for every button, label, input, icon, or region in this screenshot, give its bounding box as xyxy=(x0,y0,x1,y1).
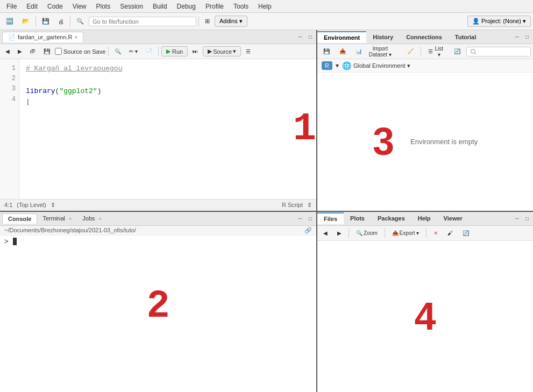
files-minimize[interactable]: ─ xyxy=(513,215,521,222)
import-dataset-icon: 📊 xyxy=(356,48,362,54)
project-button[interactable]: 👤 Project: (None) ▾ xyxy=(467,16,531,27)
scope-label: (Top Level) xyxy=(17,202,46,208)
go-to-file-input[interactable] xyxy=(89,17,196,26)
export-button[interactable]: 📤 Export ▾ xyxy=(388,229,423,238)
open-file-button[interactable]: 📂 xyxy=(18,16,33,27)
editor-menu-button[interactable]: ☰ xyxy=(243,47,254,56)
files-forward-button[interactable]: ▶ xyxy=(333,229,345,238)
env-tab-environment[interactable]: Environment xyxy=(317,31,366,43)
zoom-button[interactable]: 🔍 Zoom xyxy=(352,229,381,238)
files-tab-help[interactable]: Help xyxy=(411,213,437,224)
tab-minimize[interactable]: ─ xyxy=(296,33,304,40)
list-view-button[interactable]: ☰ List ▾ xyxy=(424,44,449,59)
line-numbers: 1 2 3 4 xyxy=(0,59,19,199)
cursor-position: 4:1 xyxy=(4,202,12,208)
editor-tab-bar: 📄 fardan_ur_gartenn.R × ─ □ xyxy=(0,30,316,44)
clear-env-button[interactable]: 🧹 xyxy=(403,47,417,56)
refresh-button[interactable]: 🔄 xyxy=(450,47,464,56)
env-search-input[interactable] xyxy=(466,47,531,56)
forward-button[interactable]: ▶ xyxy=(15,47,25,56)
menu-session[interactable]: Session xyxy=(116,2,147,11)
global-env-row: R ▾ 🌐 Global Environment ▾ xyxy=(317,59,533,73)
console-body[interactable]: > 2 xyxy=(0,236,316,393)
editor-tab-close[interactable]: × xyxy=(75,34,78,40)
menu-view[interactable]: View xyxy=(68,2,91,11)
r-language-button[interactable]: R xyxy=(322,61,332,70)
env-save-button[interactable]: 💾 xyxy=(319,47,333,56)
terminal-tab-label: Terminal xyxy=(42,215,65,222)
new-file-button[interactable]: 🆕 xyxy=(2,16,17,27)
console-path-icon[interactable]: 🔗 xyxy=(304,227,312,234)
env-big-number: 3 xyxy=(373,119,394,163)
run-button[interactable]: ▶ Run xyxy=(161,46,188,56)
toolbar-sep-3 xyxy=(198,16,199,27)
global-env-label[interactable]: 🌐 Global Environment ▾ xyxy=(342,61,410,70)
find-button[interactable]: 🔍 xyxy=(73,16,88,27)
files-tab-viewer[interactable]: Viewer xyxy=(437,213,469,224)
menu-profile[interactable]: Profile xyxy=(201,2,228,11)
menu-debug[interactable]: Debug xyxy=(173,2,200,11)
console-minimize[interactable]: ─ xyxy=(296,215,304,222)
console-tab-terminal[interactable]: Terminal × xyxy=(37,213,77,223)
files-back-button[interactable]: ◀ xyxy=(319,229,331,238)
env-tab-actions: ─ □ xyxy=(513,33,533,40)
brush-button[interactable]: 🖌 xyxy=(444,229,457,238)
file-type: R Script xyxy=(282,202,303,208)
file-type-arrow: ⇕ xyxy=(307,202,312,209)
env-tab-connections[interactable]: Connections xyxy=(400,32,449,42)
tab-maximize[interactable]: □ xyxy=(307,33,314,40)
menu-help[interactable]: Help xyxy=(254,2,276,11)
refresh-files-button[interactable]: 🔄 xyxy=(459,229,473,238)
show-in-new-window[interactable]: 🗗 xyxy=(27,47,39,56)
env-maximize[interactable]: □ xyxy=(523,33,531,40)
re-run-button[interactable]: ⏭ xyxy=(189,47,201,56)
menu-plots[interactable]: Plots xyxy=(92,2,115,11)
console-maximize[interactable]: □ xyxy=(307,215,314,222)
toolbar-sep-2 xyxy=(70,16,70,27)
files-tab-bar: Files Plots Packages Help Viewer ─ □ xyxy=(317,212,533,226)
print-button[interactable]: 🖨 xyxy=(54,16,68,27)
console-tab-jobs[interactable]: Jobs × xyxy=(77,213,107,223)
menu-edit[interactable]: Edit xyxy=(22,2,42,11)
menu-build[interactable]: Build xyxy=(148,2,172,11)
import-dataset-button[interactable]: 📊 Import Dataset ▾ xyxy=(352,44,401,59)
code-editor[interactable]: 1 2 3 4 # Kargañ al levraouegou library(… xyxy=(0,59,316,199)
console-tab-label: Console xyxy=(8,216,31,222)
env-minimize[interactable]: ─ xyxy=(513,33,521,40)
source-button[interactable]: ▶ Source ▾ xyxy=(203,46,241,56)
editor-tab[interactable]: 📄 fardan_ur_gartenn.R × xyxy=(2,32,83,42)
files-maximize[interactable]: □ xyxy=(523,215,531,222)
find-editor-button[interactable]: 🔍 xyxy=(111,47,124,56)
menu-tools[interactable]: Tools xyxy=(229,2,253,11)
console-tab-console[interactable]: Console xyxy=(2,213,37,224)
menu-file[interactable]: File xyxy=(2,2,21,11)
addins-button[interactable]: Addins ▾ xyxy=(215,16,247,27)
env-tab-history[interactable]: History xyxy=(366,32,400,42)
jobs-tab-close[interactable]: × xyxy=(99,216,102,222)
menu-code[interactable]: Code xyxy=(43,2,67,11)
code-content[interactable]: # Kargañ al levraouegou library("ggplot2… xyxy=(19,59,293,199)
source-on-save-label[interactable]: Source on Save xyxy=(55,48,105,55)
files-toolbar: ◀ ▶ 🔍 Zoom 📤 Export ▾ ✕ 🖌 🔄 xyxy=(317,226,533,241)
clear-plot-button[interactable]: ✕ xyxy=(430,229,442,238)
back-button[interactable]: ◀ xyxy=(2,47,13,56)
left-panel: 📄 fardan_ur_gartenn.R × ─ □ ◀ ▶ 🗗 💾 Sour… xyxy=(0,30,317,392)
run-arrow-icon: ▶ xyxy=(166,48,170,55)
import-dataset-label: Import Dataset ▾ xyxy=(363,46,397,58)
console-tab-actions: ─ □ xyxy=(296,215,314,222)
files-tab-plots[interactable]: Plots xyxy=(344,213,371,224)
env-load-button[interactable]: 📥 xyxy=(336,47,350,56)
files-tab-packages[interactable]: Packages xyxy=(371,213,411,224)
files-tab-files[interactable]: Files xyxy=(317,212,344,224)
save-editor-button[interactable]: 💾 xyxy=(40,47,53,56)
source-arrow-icon: ▶ xyxy=(208,48,212,55)
layout-button[interactable]: ⊞ xyxy=(201,16,214,27)
env-tab-tutorial[interactable]: Tutorial xyxy=(449,32,483,42)
terminal-tab-close[interactable]: × xyxy=(69,216,72,222)
source-on-save-checkbox[interactable] xyxy=(55,48,62,55)
compile-button[interactable]: 📄 xyxy=(143,47,155,56)
code-tools-button[interactable]: ✏ ▾ xyxy=(126,47,141,56)
files-pane: Files Plots Packages Help Viewer ─ □ ◀ ▶… xyxy=(317,212,533,393)
zoom-icon: 🔍 xyxy=(356,230,363,236)
save-button[interactable]: 💾 xyxy=(38,16,53,27)
